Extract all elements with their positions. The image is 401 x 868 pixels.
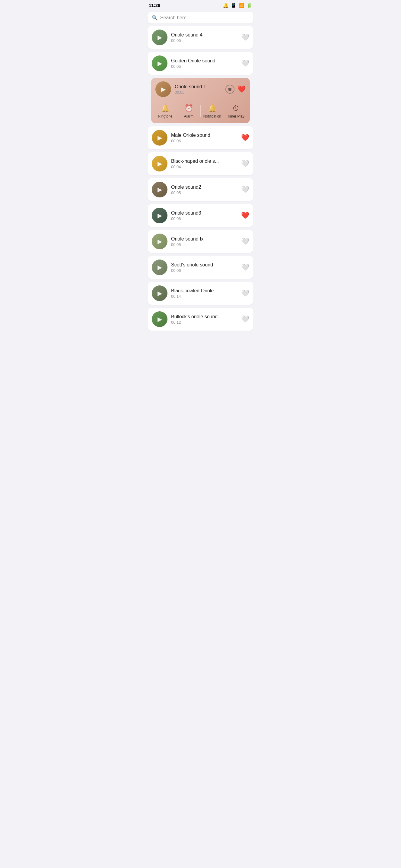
sound-name: Bullock's oriole sound [171,314,237,319]
avatar: ▶ [152,234,168,249]
avatar: ▶ [152,30,168,45]
search-bar: 🔍 [147,12,254,24]
play-icon: ▶ [157,264,162,271]
favorite-button[interactable]: 🤍 [241,60,249,67]
sound-duration: 00:05 [171,64,237,69]
sound-duration: 00:14 [171,294,237,299]
play-icon: ▶ [157,290,162,297]
play-icon: ▶ [157,315,162,323]
sound-actions: 🤍 [241,186,249,193]
sound-actions: ❤️ [225,85,246,94]
sound-actions: 🤍 [241,290,249,297]
sound-info: Black-naped oriole s... 00:04 [171,158,237,169]
avatar: ▶ [152,156,168,172]
status-time: 11:29 [149,3,160,8]
alarm-label: Alarm [184,114,193,119]
sound-name: Oriole sound fx [171,236,237,242]
sound-actions: 🤍 [241,34,249,41]
player-section: ▶ Oriole sound 1 00:05 ❤️ 🔔 Ringtone ⏰ [151,78,250,123]
favorite-button[interactable]: ❤️ [237,86,246,93]
favorite-button[interactable]: ❤️ [241,134,249,141]
sound-duration: 00:12 [171,320,237,324]
favorite-button[interactable]: 🤍 [241,186,249,193]
avatar: ▶ [152,285,168,301]
ringtone-action[interactable]: 🔔 Ringtone [153,104,177,119]
avatar: ▶ [152,208,168,223]
list-item[interactable]: ▶ Bullock's oriole sound 00:12 🤍 [147,308,254,331]
sound-actions: 🤍 [241,264,249,271]
play-icon: ▶ [157,134,162,141]
notification-label: Notification [203,114,221,119]
avatar: ▶ [152,182,168,197]
avatar: ▶ [152,311,168,327]
ringtone-label: Ringtone [158,114,172,119]
search-icon: 🔍 [152,15,158,21]
sound-name: Scott's oriole sound [171,262,237,268]
sound-duration: 00:06 [171,268,237,273]
sound-duration: 00:05 [171,190,237,195]
play-icon: ▶ [157,238,162,245]
timerplay-label: Timer Play [227,114,245,119]
play-icon: ▶ [157,212,162,219]
sound-duration: 00:08 [171,216,237,221]
list-item[interactable]: ▶ Black-naped oriole s... 00:04 🤍 [147,152,254,175]
favorite-button[interactable]: 🤍 [241,238,249,245]
sound-name: Oriole sound 4 [171,32,237,38]
alarm-icon: ⏰ [184,104,193,113]
play-icon: ▶ [157,34,162,41]
battery-icon: 🔋 [246,2,252,8]
notification-icon: 🔔 [223,2,229,8]
play-icon: ▶ [157,60,162,67]
sound-actions: 🤍 [241,238,249,245]
sound-list: ▶ Oriole sound 4 00:05 🤍 ▶ Golden Oriole… [144,26,257,334]
timerplay-icon: ⏱ [232,104,239,113]
list-item[interactable]: ▶ Golden Oriole sound 00:05 🤍 [147,52,254,75]
sound-actions: 🤍 [241,160,249,167]
search-input[interactable] [160,15,249,21]
favorite-button[interactable]: 🤍 [241,264,249,271]
sound-duration: 00:06 [171,138,237,143]
play-icon: ▶ [157,186,162,193]
sound-actions: ❤️ [241,212,249,219]
timerplay-action[interactable]: ⏱ Timer Play [224,104,248,119]
list-item[interactable]: ▶ Scott's oriole sound 00:06 🤍 [147,256,254,279]
sound-duration: 00:05 [171,38,237,43]
notification-action[interactable]: 🔔 Notification [201,104,224,119]
sound-info: Oriole sound 1 00:05 [175,84,222,95]
sound-name: Black-naped oriole s... [171,158,237,164]
sound-info: Black-cowled Oriole ... 00:14 [171,288,237,299]
sound-actions: 🤍 [241,60,249,67]
sound-name: Black-cowled Oriole ... [171,288,237,293]
list-item[interactable]: ▶ Black-cowled Oriole ... 00:14 🤍 [147,282,254,305]
avatar: ▶ [155,82,171,97]
sound-name: Male Oriole sound [171,133,237,138]
stop-button[interactable] [225,85,234,94]
player-top[interactable]: ▶ Oriole sound 1 00:05 ❤️ [151,78,250,101]
favorite-button[interactable]: 🤍 [241,34,249,41]
list-item[interactable]: ▶ Oriole sound2 00:05 🤍 [147,178,254,201]
avatar: ▶ [152,130,168,146]
alarm-action[interactable]: ⏰ Alarm [177,104,200,119]
list-item[interactable]: ▶ Male Oriole sound 00:06 ❤️ [147,126,254,149]
sound-info: Oriole sound fx 00:05 [171,236,237,247]
play-icon: ▶ [161,86,166,93]
sound-name: Oriole sound2 [171,184,237,190]
wifi-icon: 📶 [238,2,245,8]
status-bar: 11:29 🔔 📱 📶 🔋 [144,0,257,9]
favorite-button[interactable]: 🤍 [241,316,249,322]
sound-actions: 🤍 [241,316,249,322]
sound-duration: 00:05 [171,242,237,247]
sound-info: Oriole sound2 00:05 [171,184,237,195]
sound-info: Bullock's oriole sound 00:12 [171,314,237,324]
sound-info: Scott's oriole sound 00:06 [171,262,237,273]
avatar: ▶ [152,259,168,275]
list-item[interactable]: ▶ Oriole sound 4 00:05 🤍 [147,26,254,49]
favorite-button[interactable]: ❤️ [241,212,249,219]
list-item[interactable]: ▶ Oriole sound3 00:08 ❤️ [147,204,254,227]
favorite-button[interactable]: 🤍 [241,290,249,297]
favorite-button[interactable]: 🤍 [241,160,249,167]
sound-name: Oriole sound3 [171,210,237,216]
player-actions-row: 🔔 Ringtone ⏰ Alarm 🔔 Notification ⏱ Time… [151,101,250,123]
list-item[interactable]: ▶ Oriole sound fx 00:05 🤍 [147,230,254,253]
sound-info: Oriole sound3 00:08 [171,210,237,221]
